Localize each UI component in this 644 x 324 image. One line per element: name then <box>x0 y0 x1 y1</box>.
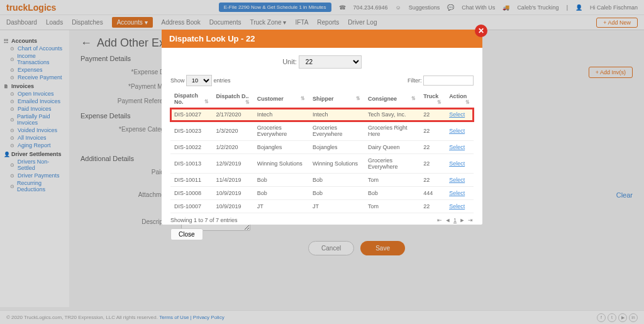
select-link[interactable]: Select <box>449 160 465 167</box>
pager-last[interactable]: ⇥ <box>468 217 473 223</box>
cell-date: 12/9/2019 <box>213 154 253 174</box>
close-button[interactable]: Close <box>170 228 203 240</box>
table-row: DIS-100272/17/2020IntechIntechTech Savy,… <box>170 108 474 121</box>
sort-icon[interactable]: ⇅ <box>301 96 305 101</box>
close-icon[interactable]: ✕ <box>475 25 487 37</box>
cell-truck: 22 <box>419 154 445 174</box>
filter-wrap: Filter: <box>408 75 474 86</box>
cell-ship: Bob <box>309 187 364 200</box>
filter-input[interactable] <box>423 75 474 86</box>
table-row: DIS-100231/3/2020Groceries EverywhereGro… <box>170 121 474 141</box>
select-link[interactable]: Select <box>449 190 465 196</box>
pager-next[interactable]: ► <box>460 217 465 223</box>
cell-truck: 22 <box>419 121 445 141</box>
select-link[interactable]: Select <box>449 203 465 209</box>
col-5[interactable]: Truck⇅ <box>419 90 445 108</box>
cell-cons: Groceries Everywhere <box>364 154 419 174</box>
table-info: Showing 1 to 7 of 7 entries <box>170 217 238 223</box>
cell-cust: Groceries Everywhere <box>253 121 309 141</box>
col-1[interactable]: Dispatch D..⇅ <box>213 90 253 108</box>
cell-no: DIS-10008 <box>170 187 213 200</box>
cell-no: DIS-10022 <box>170 141 213 154</box>
pager: ⇤ ◄ 1 ► ⇥ <box>436 217 474 223</box>
col-3[interactable]: Shipper⇅ <box>309 90 364 108</box>
cell-cons: Groceries Right Here <box>364 121 419 141</box>
cell-cons: Tom <box>364 174 419 187</box>
cell-cust: Intech <box>253 108 309 121</box>
table-row: DIS-1001111/4/2019BobBobTom22Select <box>170 174 474 187</box>
cell-cons: Tom <box>364 200 419 213</box>
cell-cust: Bob <box>253 187 309 200</box>
cell-no: DIS-10023 <box>170 121 213 141</box>
cell-ship: Intech <box>309 108 364 121</box>
select-link[interactable]: Select <box>449 128 465 134</box>
cell-cust: Winning Solutions <box>253 154 309 174</box>
cell-ship: Bojangles <box>309 141 364 154</box>
cell-cust: Bojangles <box>253 141 309 154</box>
sort-icon[interactable]: ⇅ <box>437 99 441 105</box>
cell-truck: 22 <box>419 200 445 213</box>
cell-truck: 444 <box>419 187 445 200</box>
unit-row: Unit: 22 <box>170 55 474 69</box>
select-link[interactable]: Select <box>449 111 465 118</box>
cell-cons: Bob <box>364 187 419 200</box>
cell-cust: Bob <box>253 174 309 187</box>
cell-no: DIS-10007 <box>170 200 213 213</box>
unit-label: Unit: <box>282 58 297 65</box>
cell-date: 10/9/2019 <box>213 187 253 200</box>
col-4[interactable]: Consignee⇅ <box>364 90 419 108</box>
select-link[interactable]: Select <box>449 177 465 183</box>
modal-title: Dispatch Look Up - 22 <box>162 30 482 48</box>
cell-no: DIS-10013 <box>170 154 213 174</box>
sort-icon[interactable]: ⇅ <box>465 99 470 105</box>
cell-no: DIS-10011 <box>170 174 213 187</box>
cell-truck: 22 <box>419 141 445 154</box>
cell-truck: 22 <box>419 108 445 121</box>
col-6[interactable]: Action⇅ <box>445 90 474 108</box>
cell-ship: Winning Solutions <box>309 154 364 174</box>
col-2[interactable]: Customer⇅ <box>253 90 309 108</box>
cell-date: 10/9/2019 <box>213 200 253 213</box>
table-row: DIS-1000710/9/2019JTJTTom22Select <box>170 200 474 213</box>
show-entries: Show 10 entries <box>170 75 231 86</box>
table-row: DIS-1001312/9/2019Winning SolutionsWinni… <box>170 154 474 174</box>
pager-first[interactable]: ⇤ <box>437 217 442 223</box>
cell-date: 1/3/2020 <box>213 121 253 141</box>
cell-date: 2/17/2020 <box>213 108 253 121</box>
modal-backdrop: ✕ Dispatch Look Up - 22 Unit: 22 Show 10… <box>0 0 644 324</box>
dispatch-table: Dispatch No.⇅Dispatch D..⇅Customer⇅Shipp… <box>170 90 474 213</box>
cell-ship: JT <box>309 200 364 213</box>
table-row: DIS-1000810/9/2019BobBobBob444Select <box>170 187 474 200</box>
sort-icon[interactable]: ⇅ <box>356 96 360 101</box>
col-0[interactable]: Dispatch No.⇅ <box>170 90 213 108</box>
cell-cust: JT <box>253 200 309 213</box>
cell-no: DIS-10027 <box>170 108 213 121</box>
unit-select[interactable]: 22 <box>299 55 362 69</box>
table-row: DIS-100221/2/2020BojanglesBojanglesDairy… <box>170 141 474 154</box>
pager-prev[interactable]: ◄ <box>445 217 451 223</box>
sort-icon[interactable]: ⇅ <box>245 99 250 105</box>
entries-select[interactable]: 10 <box>186 75 212 86</box>
cell-date: 11/4/2019 <box>213 174 253 187</box>
dispatch-lookup-modal: ✕ Dispatch Look Up - 22 Unit: 22 Show 10… <box>162 30 482 225</box>
sort-icon[interactable]: ⇅ <box>204 99 209 104</box>
cell-cons: Tech Savy, Inc. <box>364 108 419 121</box>
cell-cons: Dairy Queen <box>364 141 419 154</box>
cell-ship: Bob <box>309 174 364 187</box>
select-link[interactable]: Select <box>449 144 465 150</box>
cell-date: 1/2/2020 <box>213 141 253 154</box>
pager-page[interactable]: 1 <box>453 217 457 223</box>
sort-icon[interactable]: ⇅ <box>411 96 416 101</box>
cell-ship: Groceries Everywhere <box>309 121 364 141</box>
cell-truck: 22 <box>419 174 445 187</box>
